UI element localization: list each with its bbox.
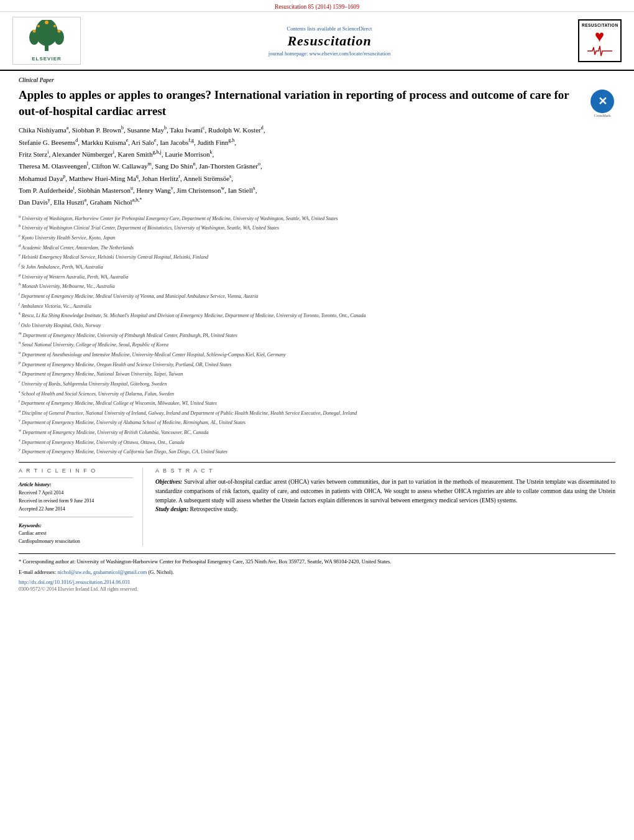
study-design-label: Study design: — [155, 506, 188, 512]
divider-info-top — [19, 478, 133, 478]
abstract-header: A B S T R A C T — [155, 468, 615, 474]
svg-point-5 — [45, 21, 48, 24]
crossmark-x-icon: ✕ — [598, 96, 607, 107]
journal-reference: Resuscitation 85 (2014) 1599–1609 — [275, 4, 359, 10]
crossmark-icon[interactable]: ✕ — [590, 90, 614, 113]
main-content: Clinical Paper Apples to apples or apple… — [0, 71, 634, 601]
journal-ref-bar: Resuscitation 85 (2014) 1599–1609 — [0, 0, 634, 12]
crossmark-badge: ✕ CrossMark — [589, 90, 615, 118]
journal-center: Contents lists available at ScienceDirec… — [81, 25, 578, 57]
homepage-label: journal homepage: — [269, 50, 308, 57]
affiliations-block: a University of Washington, Harborview C… — [19, 213, 615, 456]
keywords-label: Keywords: — [19, 522, 133, 528]
keyword-2: Cardiopulmonary resuscitation — [19, 538, 133, 546]
footer-section: * Corresponding author at: University of… — [19, 553, 615, 592]
authors-block: Chika Nishiyamaa, Siobhan P. Brownb, Sus… — [19, 124, 615, 208]
divider-info-mid — [19, 517, 133, 517]
ecg-icon — [587, 45, 612, 57]
journal-homepage: journal homepage: www.elsevier.com/locat… — [93, 50, 566, 57]
keyword-1: Cardiac arrest — [19, 530, 133, 538]
journal-logo-box: RESUSCITATION ♥ — [578, 19, 622, 62]
page: { "header": { "journal_ref": "Resuscitat… — [0, 0, 634, 840]
crossmark-label: CrossMark — [589, 114, 615, 118]
email-label: E-mail addresses: — [19, 569, 56, 575]
corresponding-text: Corresponding author at: University of W… — [22, 558, 391, 565]
article-history-block: Article history: Received 7 April 2014 R… — [19, 481, 133, 513]
doi-line: http://dx.doi.org/10.1016/j.resuscitatio… — [19, 579, 615, 585]
email-comma: , — [91, 569, 92, 575]
history-label: Article history: — [19, 481, 133, 487]
received-date: Received 7 April 2014 Received in revise… — [19, 489, 133, 513]
email-link-2[interactable]: grahamnicol@gmail.com — [93, 569, 147, 575]
article-type-label: Clinical Paper — [19, 77, 615, 83]
divider-main — [19, 462, 615, 463]
journal-header: ELSEVIER Contents lists available at Sci… — [0, 12, 634, 71]
svg-point-9 — [53, 25, 56, 27]
sciencedirect-link[interactable]: ScienceDirect — [342, 25, 372, 32]
elsevier-logo: ELSEVIER — [12, 17, 81, 65]
abstract-text: Objectives: Survival after out-of-hospit… — [155, 478, 615, 514]
abstract-column: A B S T R A C T Objectives: Survival aft… — [155, 468, 615, 546]
copyright-line: 0300-9572/© 2014 Elsevier Ireland Ltd. A… — [19, 586, 615, 592]
email-suffix: (G. Nichol). — [148, 569, 173, 575]
svg-point-6 — [33, 30, 36, 33]
objectives-text: Survival after out-of-hospital cardiac a… — [155, 479, 615, 503]
svg-point-8 — [37, 25, 40, 27]
article-title: Apples to apples or apples to oranges? I… — [19, 87, 589, 119]
contents-label: Contents lists available at — [287, 25, 341, 32]
keywords-block: Keywords: Cardiac arrest Cardiopulmonary… — [19, 522, 133, 546]
email-note: E-mail addresses: nichol@uw.edu, grahamn… — [19, 568, 615, 576]
contents-line: Contents lists available at ScienceDirec… — [93, 25, 566, 32]
two-column-section: A R T I C L E I N F O Article history: R… — [19, 468, 615, 546]
doi-link[interactable]: http://dx.doi.org/10.1016/j.resuscitatio… — [19, 579, 131, 585]
homepage-link[interactable]: www.elsevier.com/locate/resuscitation — [309, 50, 390, 57]
heart-logo-icon: ♥ — [582, 29, 618, 45]
article-info-header: A R T I C L E I N F O — [19, 468, 133, 474]
corresponding-note: * Corresponding author at: University of… — [19, 558, 615, 566]
logo-name-text: RESUSCITATION — [582, 23, 618, 27]
article-info-column: A R T I C L E I N F O Article history: R… — [19, 468, 143, 546]
article-title-section: Apples to apples or apples to oranges? I… — [19, 87, 615, 119]
svg-point-7 — [58, 30, 61, 33]
email-link-1[interactable]: nichol@uw.edu — [57, 569, 90, 575]
elsevier-logo-img — [19, 20, 75, 54]
journal-title: Resuscitation — [93, 33, 566, 49]
study-design-text: Retrospective study. — [190, 506, 237, 512]
objectives-label: Objectives: — [155, 479, 182, 485]
keywords-list: Cardiac arrest Cardiopulmonary resuscita… — [19, 530, 133, 546]
